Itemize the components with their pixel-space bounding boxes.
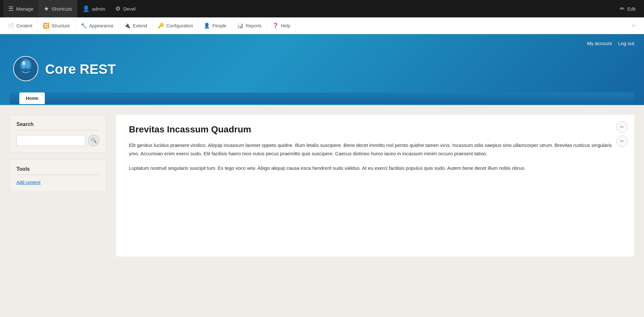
- appearance-icon: 🔧: [81, 23, 87, 29]
- manage-menu-item[interactable]: ☰ Manage: [3, 0, 39, 17]
- content-title: Brevitas Incassum Quadrum: [129, 124, 621, 135]
- hamburger-icon: ☰: [8, 5, 14, 12]
- nav-item-people[interactable]: 👤 People: [198, 17, 232, 34]
- admin-user-menu-item[interactable]: 👤 admin: [77, 0, 111, 17]
- devel-menu-item[interactable]: ⚙ Devel: [110, 0, 140, 17]
- nav-structure-label: Structure: [52, 23, 70, 28]
- collapse-icon: ⊢: [632, 22, 638, 29]
- header-top: My account Log out: [10, 41, 634, 49]
- people-icon: 👤: [204, 23, 210, 29]
- search-button[interactable]: 🔍: [88, 135, 100, 146]
- nav-item-configuration[interactable]: 🔑 Configuration: [152, 17, 198, 34]
- site-header: My account Log out Core REST Home: [0, 34, 644, 105]
- add-content-link[interactable]: Add content: [16, 180, 41, 185]
- nav-collapse-btn[interactable]: ⊢: [629, 17, 641, 34]
- my-account-link[interactable]: My account: [587, 41, 612, 46]
- search-form: 🔍: [16, 135, 100, 146]
- admin-toolbar: ☰ Manage ★ Shortcuts 👤 admin ⚙ Devel ✏ E…: [0, 0, 644, 17]
- edit-label: Edit: [627, 6, 636, 12]
- nav-item-extend[interactable]: 🔌 Extend: [119, 17, 152, 34]
- svg-point-4: [23, 62, 25, 64]
- nav-item-reports[interactable]: 📊 Reports: [232, 17, 267, 34]
- nav-item-content[interactable]: 📄 Content: [3, 17, 38, 34]
- nav-people-label: People: [212, 23, 226, 28]
- admin-toolbar-left: ☰ Manage ★ Shortcuts 👤 admin ⚙ Devel: [3, 0, 141, 17]
- content-paragraph-1: Elit genitus lucidus praesent vindico. A…: [129, 141, 621, 158]
- pencil-edit-icon-2: ✏: [620, 139, 624, 144]
- search-block-title: Search: [16, 121, 100, 130]
- help-icon: ❓: [272, 23, 279, 29]
- structure-icon: 🔀: [43, 23, 49, 29]
- tab-home[interactable]: Home: [19, 92, 45, 104]
- site-name: Core REST: [45, 62, 116, 77]
- log-out-link[interactable]: Log out: [618, 41, 634, 46]
- devel-label: Devel: [123, 6, 135, 12]
- nav-item-help[interactable]: ❓ Help: [267, 17, 296, 34]
- main-nav: 📄 Content 🔀 Structure 🔧 Appearance 🔌 Ext…: [0, 17, 644, 34]
- reports-icon: 📊: [237, 23, 244, 29]
- pencil-edit-icon: ✏: [620, 124, 624, 130]
- config-icon: 🔑: [158, 23, 164, 29]
- shortcuts-menu-item[interactable]: ★ Shortcuts: [39, 0, 77, 17]
- nav-appearance-label: Appearance: [89, 23, 114, 28]
- main-content: ✏ ✏ Brevitas Incassum Quadrum Elit genit…: [116, 115, 634, 256]
- search-block: Search 🔍: [10, 115, 106, 153]
- user-icon: 👤: [82, 5, 90, 12]
- nav-help-label: Help: [281, 23, 290, 28]
- nav-item-structure[interactable]: 🔀 Structure: [38, 17, 75, 34]
- header-links: My account Log out: [587, 41, 634, 46]
- edit-icons: ✏ ✏: [616, 121, 628, 147]
- shortcuts-label: Shortcuts: [52, 6, 72, 12]
- pencil-icon: ✏: [620, 5, 625, 12]
- nav-reports-label: Reports: [246, 23, 262, 28]
- manage-label: Manage: [16, 6, 34, 12]
- content-icon: 📄: [8, 23, 14, 29]
- edit-content-button-2[interactable]: ✏: [616, 135, 628, 147]
- content-body: Elit genitus lucidus praesent vindico. A…: [129, 141, 621, 172]
- site-branding: Core REST: [10, 49, 634, 92]
- nav-item-appearance[interactable]: 🔧 Appearance: [75, 17, 119, 34]
- nav-configuration-label: Configuration: [166, 23, 193, 28]
- tools-block-title: Tools: [16, 166, 100, 175]
- nav-content-label: Content: [16, 23, 32, 28]
- edit-content-button-1[interactable]: ✏: [616, 121, 628, 133]
- edit-toolbar-item[interactable]: ✏ Edit: [615, 5, 641, 12]
- drupal-logo[interactable]: [13, 56, 39, 83]
- search-icon: 🔍: [91, 138, 97, 143]
- extend-icon: 🔌: [124, 23, 130, 29]
- sidebar: Search 🔍 Tools Add content: [10, 115, 106, 256]
- tools-block: Tools Add content: [10, 159, 106, 192]
- admin-label: admin: [92, 6, 105, 12]
- nav-extend-label: Extend: [133, 23, 147, 28]
- star-icon: ★: [44, 5, 49, 12]
- gear-icon: ⚙: [115, 5, 120, 12]
- content-paragraph-2: Luptatum nostrud singularis suscipit tum…: [129, 164, 621, 172]
- nav-tabs: Home: [10, 92, 634, 104]
- search-input[interactable]: [16, 135, 85, 146]
- content-area: Search 🔍 Tools Add content ✏ ✏ Brevitas …: [0, 105, 644, 266]
